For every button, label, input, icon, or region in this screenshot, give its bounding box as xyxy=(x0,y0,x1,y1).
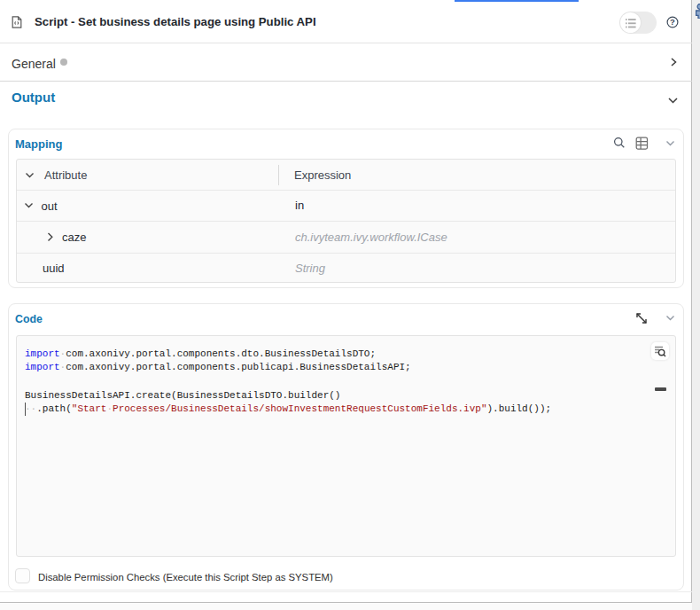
svg-text:?: ? xyxy=(670,17,675,27)
